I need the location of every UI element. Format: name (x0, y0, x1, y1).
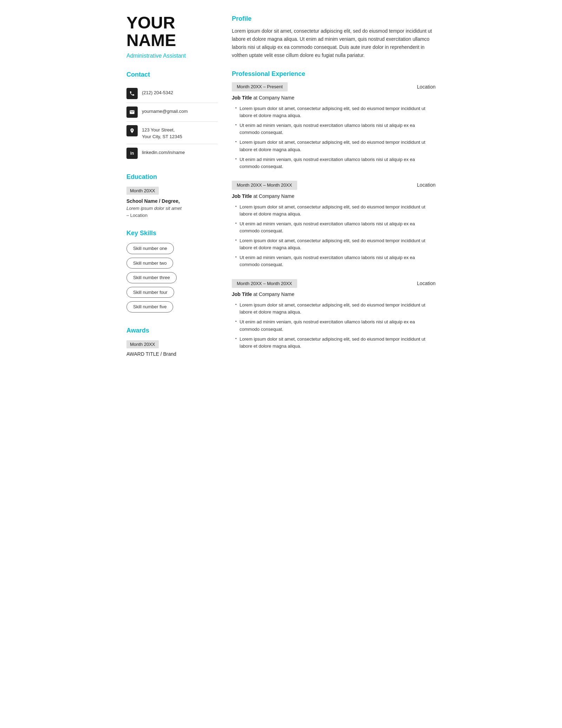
edu-detail: Lorem ipsum dolor sit amet (126, 205, 218, 212)
exp-bullet-1-1: Lorem ipsum dolor sit amet, consectetur … (235, 105, 436, 119)
phone-icon (126, 88, 138, 99)
name-line2: NAME (126, 31, 176, 50)
profile-section-title: Profile (232, 14, 436, 24)
education-section-title: Education (126, 172, 218, 182)
email-icon (126, 107, 138, 118)
exp-header-3: Month 20XX – Month 20XX Location (232, 279, 436, 288)
edu-location: – Location (126, 212, 218, 219)
exp-date-badge-2: Month 20XX – Month 20XX (232, 181, 297, 190)
experience-entry-3: Month 20XX – Month 20XX Location Job Tit… (232, 279, 436, 350)
exp-bullet-1-2: Ut enim ad minim veniam, quis nostrud ex… (235, 122, 436, 136)
contact-section-title: Contact (126, 70, 218, 79)
contact-address: 123 Your Street,Your City, ST 12345 (126, 122, 218, 144)
skill-3: Skill number three (126, 272, 177, 283)
exp-location-3: Location (417, 280, 436, 287)
exp-header-2: Month 20XX – Month 20XX Location (232, 181, 436, 190)
skill-2: Skill number two (126, 258, 173, 269)
exp-bullets-2: Lorem ipsum dolor sit amet, consectetur … (232, 204, 436, 269)
name-block: YOUR NAME Administrative Assistant (126, 14, 218, 60)
profile-text: Lorem ipsum dolor sit amet, consectetur … (232, 27, 436, 59)
exp-job-title-2: Job Title at Company Name (232, 193, 436, 200)
awards-section-title: Awards (126, 326, 218, 335)
exp-bullet-2-4: Ut enim ad minim veniam, quis nostrud ex… (235, 254, 436, 268)
exp-job-rest-2: at Company Name (252, 193, 294, 199)
linkedin-text: linkedin.com/in/name (142, 148, 185, 156)
left-column: YOUR NAME Administrative Assistant Conta… (126, 14, 218, 360)
right-column: Profile Lorem ipsum dolor sit amet, cons… (232, 14, 436, 360)
exp-bullet-3-3: Lorem ipsum dolor sit amet, consectetur … (235, 336, 436, 350)
skill-4: Skill number four (126, 287, 174, 298)
exp-bullet-2-1: Lorem ipsum dolor sit amet, consectetur … (235, 204, 436, 218)
name-line1: YOUR (126, 13, 175, 32)
experience-entry-2: Month 20XX – Month 20XX Location Job Tit… (232, 181, 436, 269)
contact-list: (212) 204-5342 yourname@gmail.com 123 Yo… (126, 84, 218, 162)
exp-job-title-1: Job Title at Company Name (232, 94, 436, 102)
skills-section-title: Key Skills (126, 228, 218, 238)
skill-5: Skill number five (126, 301, 173, 313)
skills-list: Skill number one Skill number two Skill … (126, 243, 218, 316)
exp-job-rest-3: at Company Name (252, 291, 294, 297)
phone-text: (212) 204-5342 (142, 88, 173, 96)
exp-bullets-3: Lorem ipsum dolor sit amet, consectetur … (232, 302, 436, 350)
awards-block: Month 20XX AWARD TITLE / Brand (126, 340, 218, 358)
edu-date-badge: Month 20XX (126, 187, 159, 195)
exp-date-badge-3: Month 20XX – Month 20XX (232, 279, 297, 288)
exp-bullet-2-3: Lorem ipsum dolor sit amet, consectetur … (235, 237, 436, 251)
exp-date-badge-1: Month 20XX – Present (232, 82, 288, 91)
education-block: Month 20XX School Name / Degree, Lorem i… (126, 187, 218, 219)
exp-job-rest-1: at Company Name (252, 95, 294, 101)
exp-job-title-3: Job Title at Company Name (232, 291, 436, 298)
edu-school: School Name / Degree, (126, 198, 218, 205)
skill-1: Skill number one (126, 243, 174, 254)
contact-phone: (212) 204-5342 (126, 84, 218, 103)
award-title: AWARD TITLE / Brand (126, 350, 218, 358)
exp-bullet-1-4: Ut enim ad minim veniam, quis nostrud ex… (235, 156, 436, 170)
contact-email: yourname@gmail.com (126, 103, 218, 122)
experience-section-title: Professional Experience (232, 69, 436, 79)
exp-bullet-2-2: Ut enim ad minim veniam, quis nostrud ex… (235, 220, 436, 234)
exp-location-1: Location (417, 83, 436, 91)
resume-container: YOUR NAME Administrative Assistant Conta… (112, 0, 450, 374)
email-text: yourname@gmail.com (142, 107, 188, 115)
name-heading: YOUR NAME (126, 14, 218, 50)
address-text: 123 Your Street,Your City, ST 12345 (142, 125, 182, 140)
exp-job-bold-2: Job Title (232, 193, 252, 199)
experience-entry-1: Month 20XX – Present Location Job Title … (232, 82, 436, 170)
location-icon (126, 125, 138, 136)
award-date-badge: Month 20XX (126, 340, 159, 349)
exp-bullet-3-2: Ut enim ad minim veniam, quis nostrud ex… (235, 318, 436, 333)
exp-bullet-3-1: Lorem ipsum dolor sit amet, consectetur … (235, 302, 436, 316)
exp-header-1: Month 20XX – Present Location (232, 82, 436, 91)
exp-location-2: Location (417, 181, 436, 189)
contact-linkedin: in linkedin.com/in/name (126, 144, 218, 162)
exp-bullet-1-3: Lorem ipsum dolor sit amet, consectetur … (235, 139, 436, 153)
exp-bullets-1: Lorem ipsum dolor sit amet, consectetur … (232, 105, 436, 170)
linkedin-icon: in (126, 148, 138, 159)
exp-job-bold-3: Job Title (232, 291, 252, 297)
exp-job-bold-1: Job Title (232, 95, 252, 101)
job-title: Administrative Assistant (126, 52, 218, 60)
